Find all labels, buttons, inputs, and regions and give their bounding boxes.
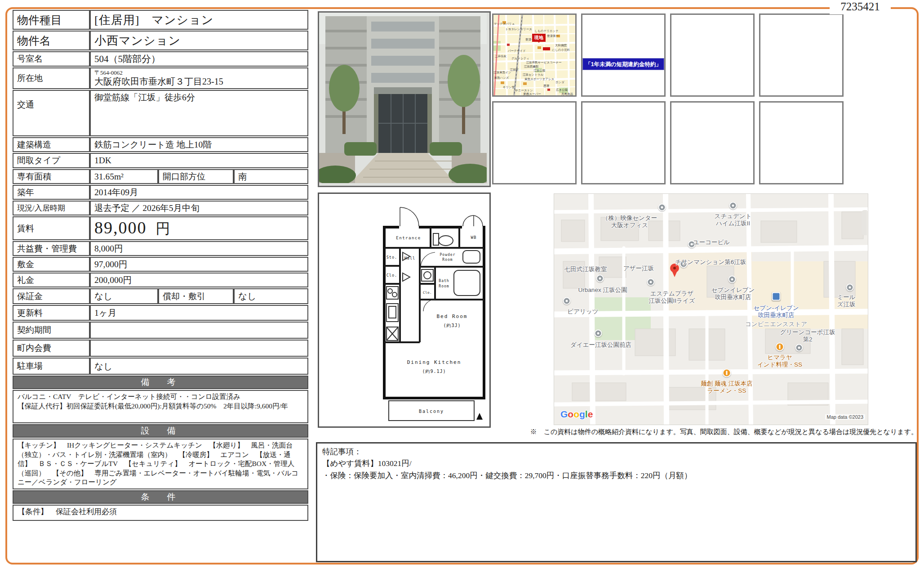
map-thumb-label: 業務スーパー bbox=[523, 92, 541, 96]
field-value: 2014年09月 bbox=[90, 185, 308, 200]
table-row: 物件名 小西マンション bbox=[13, 31, 308, 50]
map-thumb-label: キリン堂 bbox=[503, 85, 515, 90]
map-poi-icon bbox=[647, 278, 655, 286]
plan-label-wb: WB bbox=[471, 235, 477, 240]
thumbnail-cell-empty bbox=[759, 13, 844, 97]
field-label: 賃料 bbox=[13, 216, 90, 240]
map-thumb-label: 西署 bbox=[544, 84, 550, 88]
table-row: 共益費・管理費 8,000円 bbox=[13, 241, 308, 256]
field-label: 専有面積 bbox=[13, 169, 90, 184]
map-label: 七田式江坂教室 bbox=[564, 266, 607, 273]
map-label: Urbanex 江坂公園 bbox=[578, 287, 627, 294]
special-notes-line1: 【めやす賃料】103021円/ bbox=[322, 457, 911, 469]
field-value: 1DK bbox=[90, 153, 308, 168]
table-row: 契約期間 bbox=[13, 322, 308, 339]
map-poi-icon bbox=[772, 292, 781, 301]
field-label: 現況/入居時期 bbox=[13, 201, 90, 215]
table-row: 号室名 504（5階部分） bbox=[13, 51, 308, 67]
table-row: 【条件】 保証会社利用必須 bbox=[13, 505, 308, 521]
map-poi-icon bbox=[596, 275, 604, 282]
table-row: 交通 御堂筋線「江坂」徒歩6分 bbox=[13, 90, 308, 136]
table-row: 礼金 200,000円 bbox=[13, 273, 308, 287]
table-row: 駐車場 なし bbox=[13, 358, 308, 375]
google-map: （株）映像センター 大阪オフィススチュデント ハイム江坂IIユーコービルチサンマ… bbox=[554, 193, 868, 425]
special-notes-line2: ・保険：保険要加入・室内清掃費：46,200円・鍵交換費：29,700円・口座振… bbox=[322, 470, 911, 481]
table-row: 更新料 1ヶ月 bbox=[13, 305, 308, 321]
table-row: 現況/入居時期 退去予定 ／ 2026年5月中旬 bbox=[13, 201, 308, 215]
table-row: 所在地 〒564-0062 大阪府吹田市垂水町３丁目23-15 bbox=[13, 67, 308, 89]
plan-label-powder1: Powder bbox=[440, 253, 456, 257]
field-label: 更新料 bbox=[13, 305, 90, 321]
map-control bbox=[862, 210, 867, 235]
plan-label-bath1: Bath bbox=[439, 279, 449, 283]
floor-plan-drawing: Entrance Sto. Hall Clo. Powder Room WB B… bbox=[319, 194, 487, 424]
thumbnail-cell-empty bbox=[492, 101, 577, 184]
address: 大阪府吹田市垂水町３丁目23-15 bbox=[94, 76, 304, 87]
table-row: バルコニ・CATV テレビ・インターネット接続可・・コンロ設置済み 【保証人代行… bbox=[13, 390, 308, 423]
google-logo-letter: o bbox=[573, 409, 579, 419]
equipment-header: 設 備 bbox=[13, 424, 308, 438]
map-poi-icon bbox=[723, 369, 731, 377]
field-value: なし bbox=[234, 288, 308, 304]
floor-plan: Entrance Sto. Hall Clo. Powder Room WB B… bbox=[318, 193, 491, 428]
special-notes-title: 特記事項： bbox=[322, 446, 911, 457]
map-label: ダイエー江坂公園前店 bbox=[570, 341, 631, 349]
plan-label-dk: Dining Kitchen bbox=[407, 359, 462, 365]
map-thumb-label: 東急ハンズ bbox=[494, 76, 509, 80]
field-label: 町内会費 bbox=[13, 340, 90, 357]
plan-label-bedroom: Bed Room bbox=[437, 314, 468, 319]
plan-label-entrance: Entrance bbox=[396, 236, 421, 240]
field-label: 築年 bbox=[13, 185, 90, 200]
map-thumb-label: 広き公園 bbox=[556, 88, 568, 92]
field-value: 8,000円 bbox=[90, 241, 308, 256]
table-row: 建築構造 鉄筋コンクリート造 地上10階 bbox=[13, 137, 308, 152]
field-label: 礼金 bbox=[13, 273, 90, 287]
table-row: 保証金 なし 償却・敷引 なし bbox=[13, 288, 308, 304]
google-logo-letter: o bbox=[568, 409, 573, 419]
property-table: 物件種目 [住居用] マンション 物件名 小西マンション 号室名 504（5階部… bbox=[13, 9, 308, 522]
map-poi-icon bbox=[795, 344, 803, 352]
table-row: 物件種目 [住居用] マンション bbox=[13, 10, 308, 30]
plan-label-sto: Sto. bbox=[386, 255, 397, 260]
building-photo bbox=[318, 11, 491, 187]
map-thumb-label: グルメシティ bbox=[511, 57, 529, 61]
map-label: セブン-イレブン 吹田垂水町店 bbox=[753, 305, 799, 319]
map-label: ユーコービル bbox=[693, 239, 730, 246]
rent-amount: 89,000 bbox=[94, 218, 147, 237]
field-label: 建築構造 bbox=[13, 137, 90, 152]
map-thumb-label: 月島食品 bbox=[561, 92, 573, 96]
field-value: 97,000円 bbox=[90, 257, 308, 272]
map-poi-icon bbox=[846, 284, 854, 291]
map-label: チサンマンション第6江坂 bbox=[675, 259, 746, 266]
map-poi-icon bbox=[563, 297, 571, 305]
map-thumb-label: しものクリニック bbox=[534, 29, 558, 33]
field-value: 1ヶ月 bbox=[90, 305, 308, 321]
map-label: 麺創 麺魂 江坂本店 ラーメン・SS bbox=[701, 380, 753, 394]
map-thumb-label: パークサイド bbox=[508, 49, 526, 53]
map-poi-icon bbox=[729, 202, 737, 210]
map-thumb-label: 江坂セントラル bbox=[523, 73, 543, 77]
field-value: 小西マンション bbox=[90, 31, 308, 50]
field-label: 交通 bbox=[13, 90, 90, 136]
thumbnail-cell-empty bbox=[670, 13, 755, 97]
conditions-header: 条 件 bbox=[13, 490, 308, 504]
map-thumb-label: 江坂東急イン bbox=[493, 71, 511, 75]
plan-label-clo2: Clo. bbox=[423, 291, 432, 295]
field-value bbox=[90, 322, 308, 339]
map-thumb-label: 江坂図書館 bbox=[524, 65, 539, 69]
google-logo-letter: e bbox=[588, 409, 593, 419]
table-row: 町内会費 bbox=[13, 340, 308, 357]
field-label: 共益費・管理費 bbox=[13, 241, 90, 256]
building-photo-illustration bbox=[319, 13, 487, 183]
map-thumb-label: ホンダ bbox=[555, 81, 564, 85]
map-thumb-label: 江坂公園 bbox=[533, 69, 545, 73]
field-value: 〒564-0062 大阪府吹田市垂水町３丁目23-15 bbox=[90, 67, 308, 89]
table-row: 備 考 bbox=[13, 376, 308, 389]
map-thumbnail: マックスバリュトヨタレンタリースしものクリニック豊津第一豊津一小大和病院にしの小… bbox=[492, 13, 577, 97]
plan-label-hall: Hall bbox=[404, 256, 415, 260]
field-value: なし bbox=[90, 358, 308, 375]
google-logo-letter: G bbox=[560, 409, 568, 419]
map-label: ミールズ江坂 bbox=[835, 294, 857, 308]
field-value: 南 bbox=[234, 169, 308, 184]
map-thumb-label: 豊津第一 bbox=[547, 34, 559, 38]
